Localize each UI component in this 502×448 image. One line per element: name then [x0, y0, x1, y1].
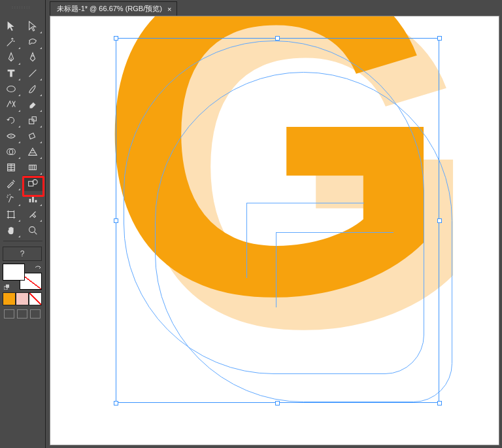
shape-builder-tool[interactable] [1, 144, 21, 160]
svg-rect-10 [32, 196, 34, 202]
fill-stroke-swatch[interactable] [3, 264, 42, 290]
direct-selection-tool[interactable] [23, 18, 42, 34]
sel-handle-tc[interactable] [275, 36, 280, 41]
document-tab[interactable]: 未标题-1* @ 66.67% (RGB/预览) × [50, 1, 177, 16]
selection-tool[interactable] [1, 18, 21, 34]
swap-swatch-icon[interactable] [4, 283, 10, 290]
sel-handle-tr[interactable] [437, 36, 442, 41]
type-tool[interactable] [1, 65, 21, 81]
color-mode-swatches [3, 292, 42, 305]
draw-inside-icon[interactable] [30, 309, 41, 319]
tools-panel: :::::::: [0, 0, 46, 448]
svg-rect-12 [8, 212, 14, 218]
sel-handle-ml[interactable] [114, 218, 118, 223]
eyedropper-tool[interactable] [1, 175, 21, 191]
selection-bounds [116, 38, 439, 403]
svg-rect-9 [29, 199, 31, 202]
width-tool[interactable] [1, 128, 21, 144]
draw-behind-icon[interactable] [17, 309, 27, 319]
hand-tool[interactable] [1, 222, 21, 238]
artboard-tool[interactable] [1, 207, 21, 222]
eraser-tool[interactable] [23, 97, 42, 112]
sel-handle-bl[interactable] [114, 401, 118, 405]
help-button[interactable]: ? [3, 247, 42, 261]
svg-rect-11 [35, 200, 37, 203]
slice-tool[interactable] [23, 207, 42, 222]
paintbrush-tool[interactable] [23, 81, 42, 97]
document-tabbar: 未标题-1* @ 66.67% (RGB/预览) × [50, 1, 499, 16]
symbol-sprayer-tool[interactable] [1, 191, 21, 207]
rectangle-tool[interactable] [1, 81, 21, 97]
scale-tool[interactable] [23, 112, 42, 128]
shaper-tool[interactable] [1, 97, 21, 112]
svg-rect-15 [6, 284, 9, 288]
fill-swatch[interactable] [3, 264, 25, 281]
svg-rect-1 [29, 119, 34, 124]
magic-wand-tool[interactable] [1, 34, 21, 50]
default-swatch-icon[interactable] [34, 264, 42, 271]
sel-handle-bc[interactable] [275, 401, 280, 405]
sel-handle-mr[interactable] [437, 218, 442, 223]
free-transform-tool[interactable] [23, 128, 42, 144]
line-tool[interactable] [23, 65, 42, 81]
curvature-tool[interactable] [23, 50, 42, 65]
column-graph-tool[interactable] [23, 191, 42, 207]
svg-point-0 [7, 86, 16, 92]
document-tab-title: 未标题-1* @ 66.67% (RGB/预览) [57, 4, 162, 14]
swatch-color[interactable] [3, 292, 16, 305]
sel-handle-tl[interactable] [114, 36, 118, 41]
tool-grid [1, 18, 44, 244]
screen-mode-icons [4, 309, 42, 319]
mesh-tool[interactable] [1, 160, 21, 175]
gradient-tool[interactable] [23, 160, 42, 175]
canvas[interactable]: G G [50, 16, 499, 445]
svg-point-13 [29, 227, 35, 233]
zoom-tool[interactable] [23, 222, 42, 238]
swatch-gradient[interactable] [16, 292, 29, 305]
panel-grip[interactable]: :::::::: [0, 3, 43, 12]
toolbar-divider [3, 241, 42, 241]
blend-tool[interactable] [23, 175, 42, 191]
swatch-none[interactable] [29, 292, 42, 305]
pen-tool[interactable] [1, 50, 21, 65]
sel-handle-br[interactable] [437, 401, 442, 405]
lasso-tool[interactable] [23, 34, 42, 50]
close-tab-icon[interactable]: × [167, 5, 171, 13]
perspective-tool[interactable] [23, 144, 42, 160]
draw-normal-icon[interactable] [4, 309, 14, 319]
rotate-tool[interactable] [1, 112, 21, 128]
